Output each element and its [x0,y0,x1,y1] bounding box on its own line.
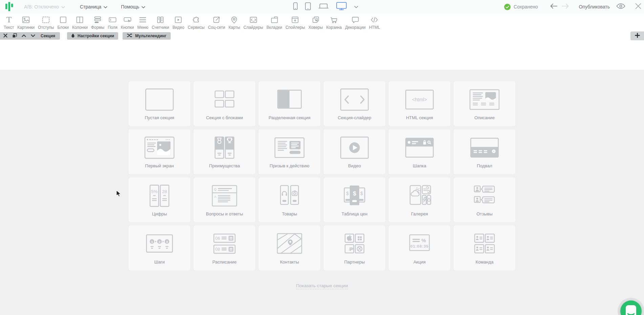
section-card-empty[interactable]: Пустая секция [129,81,190,126]
device-switcher [293,0,358,14]
section-card-header[interactable]: Шапка [389,129,450,174]
section-card-cta[interactable]: Призыв к действию [259,129,320,174]
section-card-label: Разделенная секция [269,115,310,120]
section-card-products[interactable]: Товары [259,177,320,222]
columns-icon [75,15,84,24]
section-card-label: Преимущества [209,163,240,168]
section-card-contacts[interactable]: Контакты [259,226,320,270]
toolbar-item-html[interactable]: HTML [367,15,382,30]
section-card-description[interactable]: Описание [454,81,515,126]
section-pill: Секция [0,32,60,40]
toolbar-item-sliders[interactable]: Слайдеры [242,15,265,30]
section-delete-button[interactable] [3,34,7,39]
add-section-button[interactable] [630,31,644,40]
products-icon [270,177,309,211]
section-card-label: HTML секция [406,115,433,120]
chevron-down-icon [104,4,107,9]
ab-test-toggle[interactable]: A/B: Отключено [24,4,65,9]
multilanding-button[interactable]: Мультилендинг [123,32,170,40]
section-card-label: Подвал [477,163,492,168]
toolbar-item-video[interactable]: Видео [171,15,186,30]
blocks-icon [205,81,244,115]
toolbar-item-buttons[interactable]: Кнопки [119,15,136,30]
section-card-steps[interactable]: 123Шаги [129,226,190,270]
section-card-team[interactable]: Команда [454,226,515,270]
toolbar-item-spacing[interactable]: Отступы [36,15,56,30]
section-card-label: Цифры [152,211,167,216]
html-icon [370,15,379,24]
undo-button[interactable] [550,3,558,10]
section-card-label: Описание [474,115,495,120]
footer-icon: c [465,129,505,163]
section-card-label: Шапка [413,163,426,168]
section-card-footer[interactable]: cПодвал [454,129,515,174]
section-card-gallery[interactable]: Галерея [389,177,450,222]
section-card-pricing[interactable]: $$$Таблица цен [324,177,385,222]
elements-toolbar: TТекстКартинкиОтступыБлокиКолонкиФормыПо… [0,14,644,34]
section-card-split[interactable]: Разделенная секция [259,81,320,126]
device-laptop-button[interactable] [318,3,329,10]
show-old-sections-link[interactable]: Показать старые секции [296,283,348,289]
check-icon [504,4,511,10]
section-card-firstscreen[interactable]: Первый экран [129,129,190,174]
toolbar-item-spoilers[interactable]: Спойлеры [284,15,307,30]
svg-text:<html>: <html> [412,97,427,102]
section-card-faq[interactable]: QAВопросы и ответы [194,177,255,222]
section-card-reviews[interactable]: Отзывы [454,177,515,222]
toolbar-item-columns[interactable]: Колонки [70,15,89,30]
toolbar-item-services[interactable]: Сервисы [186,15,206,30]
device-desktop-button[interactable] [336,2,347,12]
device-more-button[interactable] [354,4,358,10]
toolbar-item-images[interactable]: Картинки [16,15,36,30]
toolbar-item-label: Колонки [72,25,88,30]
section-card-numbers[interactable]: 5%28Цифры [129,177,190,222]
section-card-videosec[interactable]: Видео [324,129,385,174]
device-tablet-button[interactable] [305,2,311,12]
section-card-label: Галерея [411,211,428,216]
device-phone-button[interactable] [293,2,298,11]
section-card-label: Расписание [212,259,237,265]
toolbar-item-maps[interactable]: Карты [227,15,242,30]
toolbar-item-fields[interactable]: Поля [106,15,119,30]
section-card-htmlsec[interactable]: <html>HTML секция [389,81,450,126]
section-card-schedule[interactable]: 0608Расписание [194,226,255,270]
toolbar-item-counters[interactable]: Счетчики [150,15,171,30]
section-move-up-button[interactable] [22,34,26,38]
section-card-promo[interactable]: %01:08:35Акция [389,226,450,270]
toolbar-item-forms[interactable]: Формы [89,15,106,30]
sections-canvas: Пустая секцияСекция с блокамиРазделенная… [0,70,644,315]
chevron-down-icon [354,4,358,10]
toolbar-item-decorations[interactable]: Декорации [343,15,367,30]
page-menu[interactable]: Страница [80,4,107,9]
section-settings-button[interactable]: Настройки секции [67,32,118,40]
split-icon [270,81,309,115]
section-card-label: Секция-слайдер [338,115,371,120]
toolbar-item-blocks[interactable]: Блоки [56,15,71,30]
toolbar-item-hovers[interactable]: Ховеры [307,15,325,30]
close-button[interactable] [635,3,641,10]
phone-icon [293,2,298,11]
svg-text:A: A [214,195,216,198]
toolbar-item-label: Спойлеры [285,25,305,30]
toolbar-item-label: Отступы [38,25,54,30]
toolbar-item-menu[interactable]: Меню [136,15,150,30]
section-card-slider[interactable]: Секция-слайдер [324,81,385,126]
redo-button[interactable] [561,3,569,10]
preview-button[interactable] [616,3,625,10]
section-card-advantages[interactable]: Преимущества [194,129,255,174]
publish-button[interactable]: Опубликовать [579,4,610,9]
section-move-down-button[interactable] [31,34,35,38]
svg-text:01:08:35: 01:08:35 [410,244,429,248]
toolbar-item-tabs[interactable]: Вкладки [265,15,284,30]
toolbar-item-text[interactable]: TТекст [2,15,16,30]
section-copy-button[interactable] [12,33,17,39]
section-card-label: Таблица цен [342,211,367,216]
toolbar-item-cart[interactable]: Корзина [324,15,343,30]
toolbar-item-social[interactable]: Соц-сети [206,15,227,30]
help-menu[interactable]: Помощь [121,4,145,9]
section-card-blocks[interactable]: Секция с блоками [194,81,255,126]
svg-text:1: 1 [151,240,153,244]
app-logo[interactable] [5,2,14,12]
section-card-label: Секция с блоками [206,115,243,120]
section-card-partners[interactable]: PPПартнеры [324,226,385,270]
